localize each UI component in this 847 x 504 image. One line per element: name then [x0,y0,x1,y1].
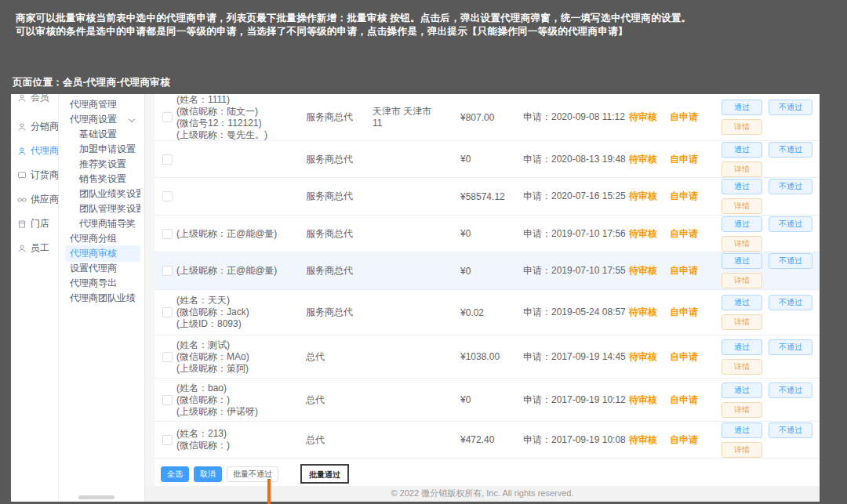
row-checkbox[interactable] [162,229,173,239]
submenu-item-13[interactable]: 代理商团队业绩 [65,290,140,306]
sidebar-item-6[interactable]: 员工 [17,241,49,255]
annotation-text-line1: 商家可以批量审核当前表中选中的代理商申请，列表页最下批量操作新增：批量审核 按钮… [16,12,691,25]
status-badge: 待审核 [629,190,670,203]
row-checkbox[interactable] [162,435,173,445]
annotation-text-line2: 可以审核的条件是选中的申请都是同一等级的申请，当选择了不同等级的申请，点击操作是… [16,25,628,38]
content-area: (姓名：1111)(微信昵称：陆文一)(微信号12：112121)(上级昵称：曼… [145,94,820,502]
reject-button[interactable]: 不通过 [769,216,812,232]
footer-copyright: © 2022 微分销版权所有, Inc. All rights reserved… [145,486,820,502]
row-checkbox[interactable] [162,395,173,405]
amount-cell: ¥0 [460,394,523,405]
submenu-item-10[interactable]: 代理商审核 [65,245,140,262]
submenu-item-label: 团队业绩奖设置 [79,188,140,199]
row-actions-cell: 通过不通过详情 [715,383,820,418]
reject-button[interactable]: 不通过 [769,339,812,355]
submenu-item-7[interactable]: 团队管理奖设置 [65,201,140,217]
approve-button[interactable]: 通过 [722,142,762,158]
row-checkbox-cell [154,435,176,445]
applicant-info-cell: (姓名：天天)(微信昵称：Jack)(上级ID：8093) [176,295,306,330]
reject-button[interactable]: 不通过 [769,100,812,115]
approve-button[interactable]: 通过 [722,339,762,355]
detail-button[interactable]: 详情 [722,314,762,330]
applicant-info-cell: (姓名：bao)(微信昵称：)(上级昵称：伊诺呀) [176,383,306,418]
source-badge: 自申请 [670,111,715,124]
reject-button[interactable]: 不通过 [769,142,812,158]
applicant-info-line: (姓名：天天) [176,295,306,306]
apply-date-cell: 申请：2019-07-10 17:55 [523,264,629,277]
source-badge: 自申请 [670,350,715,364]
submenu-item-5[interactable]: 销售奖设置 [65,171,140,187]
submenu-item-3[interactable]: 加盟申请设置 [65,141,140,158]
cancel-button[interactable]: 取消 [194,466,222,482]
sidebar-item-0[interactable]: 会员 [17,94,49,104]
table-row: (姓名：213)(微信昵称：)总代¥472.40申请：2017-09-19 10… [154,422,820,459]
status-badge: 待审核 [629,227,670,241]
detail-button[interactable]: 详情 [722,442,762,458]
applicant-info-line: (微信号12：112121) [176,118,306,129]
approve-button[interactable]: 通过 [722,179,762,194]
submenu-item-1[interactable]: 代理商设置 [65,111,140,128]
apply-date-cell: 申请：2017-09-19 14:45 [523,350,629,364]
sidebar2-scrollbar[interactable] [78,495,115,499]
detail-button[interactable]: 详情 [722,161,762,177]
submenu-item-6[interactable]: 团队业绩奖设置 [65,186,140,202]
submenu-item-11[interactable]: 设置代理商 [65,260,140,277]
apply-date-cell: 申请：2020-07-16 15:25 [523,190,629,203]
detail-button[interactable]: 详情 [722,359,762,375]
submenu-item-2[interactable]: 基础设置 [65,126,140,143]
select-all-button[interactable]: 全选 [161,466,189,482]
row-checkbox-cell [154,112,176,122]
approve-button[interactable]: 通过 [722,216,762,232]
row-checkbox[interactable] [162,191,173,201]
status-badge: 待审核 [629,111,670,124]
detail-button[interactable]: 详情 [722,273,762,288]
applicant-info-line: (微信昵称：) [176,440,306,451]
row-checkbox[interactable] [162,352,173,362]
applicant-info-cell: (姓名：213)(微信昵称：) [176,428,306,451]
sidebar-item-4[interactable]: 供应商 [17,193,59,206]
row-checkbox-cell [154,395,176,405]
sidebar-item-5[interactable]: 门店 [17,217,49,230]
detail-button[interactable]: 详情 [722,236,762,252]
row-checkbox[interactable] [162,112,173,122]
row-checkbox[interactable] [162,154,173,165]
detail-button[interactable]: 详情 [722,119,762,135]
apply-date-cell: 申请：2017-09-19 10:08 [523,433,629,447]
reject-button[interactable]: 不通过 [769,295,812,310]
approve-button[interactable]: 通过 [722,100,762,115]
applicant-info-line: (微信昵称：) [176,394,306,406]
submenu-item-4[interactable]: 推荐奖设置 [65,156,140,172]
sidebar-item-3[interactable]: 订货商 [17,169,59,182]
agent-icon [17,147,27,156]
reject-button[interactable]: 不通过 [769,383,812,398]
approve-button[interactable]: 通过 [722,295,762,310]
agent-level-cell: 总代 [306,350,373,364]
reject-button[interactable]: 不通过 [769,179,812,194]
admin-page: 会员分销商代理商订货商供应商门店员工 代理商管理代理商设置基础设置加盟申请设置推… [11,94,820,502]
detail-button[interactable]: 详情 [722,198,762,214]
submenu-item-label: 加盟申请设置 [79,143,136,154]
approve-button[interactable]: 通过 [722,383,762,398]
bulk-reject-button[interactable]: 批量不通过 [227,466,278,482]
agent-level-cell: 服务商总代 [306,306,373,319]
bulk-approve-button[interactable]: 批量通过 [303,469,347,481]
row-checkbox[interactable] [162,266,173,276]
approve-button[interactable]: 通过 [722,422,762,438]
reject-button[interactable]: 不通过 [769,422,812,438]
submenu-item-8[interactable]: 代理商辅导奖 [65,216,140,232]
source-badge: 自申请 [670,190,715,203]
submenu-item-12[interactable]: 代理商导出 [65,275,140,292]
applicant-info-line: (微信昵称：MAo) [176,351,306,363]
reject-button[interactable]: 不通过 [769,253,812,269]
approve-button[interactable]: 通过 [722,253,762,269]
detail-button[interactable]: 详情 [722,402,762,418]
submenu-item-0[interactable]: 代理商管理 [65,96,140,113]
submenu-item-9[interactable]: 代理商分组 [65,230,140,247]
applicant-info-line: (姓名：1111) [176,94,306,106]
agent-level-cell: 服务商总代 [306,111,373,124]
sidebar-item-2[interactable]: 代理商 [17,144,59,158]
row-checkbox[interactable] [162,307,173,317]
sidebar-item-1[interactable]: 分销商 [17,120,59,133]
apply-date-cell: 申请：2019-05-24 08:57 [523,306,629,319]
chevron-down-icon [129,116,135,122]
